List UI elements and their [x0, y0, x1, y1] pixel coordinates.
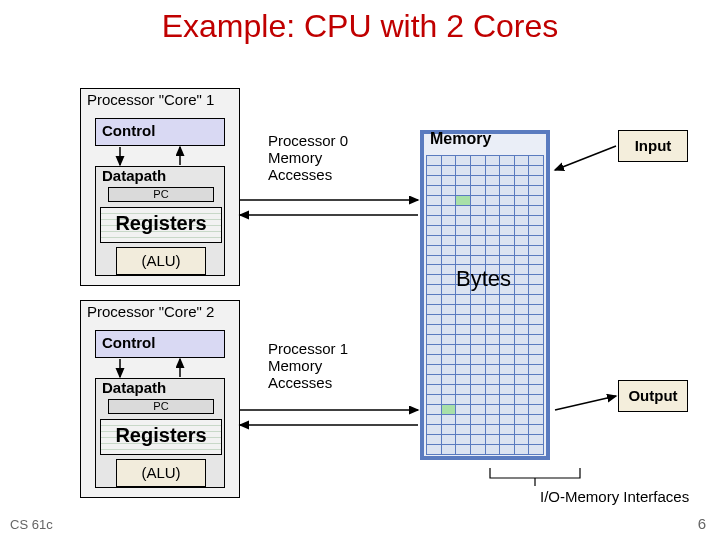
output-box: Output	[618, 380, 688, 412]
core2-label: Processor "Core" 2	[87, 303, 214, 320]
core2-control: Control	[95, 330, 225, 358]
page-title: Example: CPU with 2 Cores	[0, 8, 720, 45]
memory-grid	[426, 155, 544, 455]
footer-page-number: 6	[698, 515, 706, 532]
footer-course: CS 61c	[10, 517, 53, 532]
bytes-label: Bytes	[456, 266, 511, 292]
annot-proc1: Processor 1 Memory Accesses	[268, 340, 368, 391]
core2-datapath-label: Datapath	[96, 379, 224, 396]
core1-label: Processor "Core" 1	[87, 91, 214, 108]
core1-registers-label: Registers	[100, 212, 222, 235]
core2-registers-label: Registers	[100, 424, 222, 447]
core1-pc: PC	[108, 187, 214, 202]
core1-alu: (ALU)	[116, 247, 206, 275]
annot-proc0: Processor 0 Memory Accesses	[268, 132, 368, 183]
core2-datapath: Datapath PC Registers (ALU)	[95, 378, 225, 488]
input-box: Input	[618, 130, 688, 162]
core1-datapath-label: Datapath	[96, 167, 224, 184]
core1-datapath: Datapath PC Registers (ALU)	[95, 166, 225, 276]
memory-label: Memory	[430, 130, 491, 148]
svg-line-8	[555, 146, 616, 170]
svg-line-9	[555, 396, 616, 410]
core2-alu: (ALU)	[116, 459, 206, 487]
core2-pc: PC	[108, 399, 214, 414]
io-interface-label: I/O-Memory Interfaces	[540, 488, 689, 505]
core1-control: Control	[95, 118, 225, 146]
